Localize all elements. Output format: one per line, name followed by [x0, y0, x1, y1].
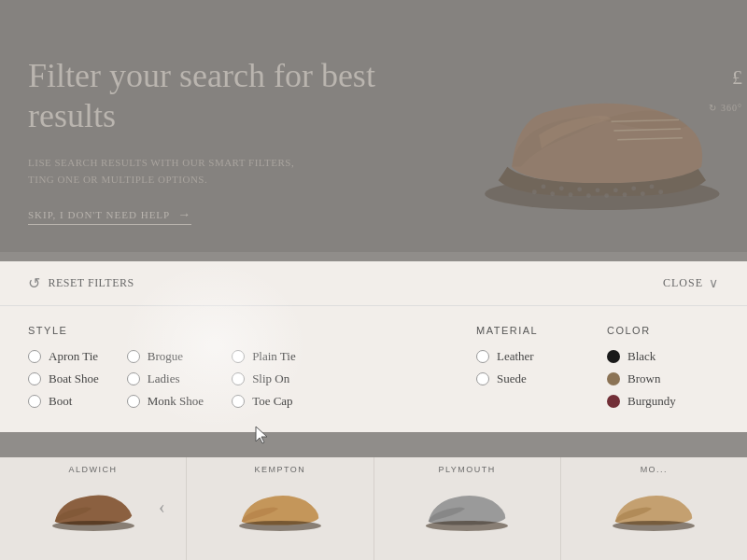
style-option-apron-tie[interactable]: Apron Tie [28, 349, 99, 364]
radio-suede[interactable] [476, 372, 489, 385]
chevron-down-icon: ∨ [709, 275, 719, 291]
product-name-aldwich: ALDWICH [69, 465, 118, 474]
style-option-plain-tie[interactable]: Plain Tie [232, 349, 296, 364]
color-section-title: COLOR [607, 325, 719, 336]
style-option-ladies[interactable]: Ladies [127, 371, 204, 386]
radio-toe-cap[interactable] [232, 395, 245, 408]
reset-filters-button[interactable]: ↺ RESET FILTERS [28, 274, 134, 292]
style-options-col3: Plain Tie Slip On Toe Cap [232, 349, 296, 409]
svg-point-20 [239, 521, 321, 531]
radio-brogue[interactable] [127, 350, 140, 363]
product-plymouth[interactable]: PLYMOUTH [374, 457, 561, 560]
product-kempton[interactable]: KEMPTON [187, 457, 374, 560]
style-option-slip-on[interactable]: Slip On [232, 371, 296, 386]
radio-leather[interactable] [476, 350, 489, 363]
product-name-kempton: KEMPTON [254, 465, 305, 474]
radio-boat-shoe[interactable] [28, 372, 41, 385]
material-options: Leather Suede [476, 349, 588, 386]
close-filter-button[interactable]: CLOSE ∨ [663, 275, 719, 291]
style-option-brogue[interactable]: Brogue [127, 349, 204, 364]
style-option-boat-shoe[interactable]: Boat Shoe [28, 371, 99, 386]
style-options-col1: Apron Tie Boat Shoe Boot [28, 349, 99, 409]
products-row: ‹ ALDWICH KEMPTON PLYMOUTH [0, 457, 747, 560]
product-name-mo: MO... [641, 465, 669, 474]
radio-boot[interactable] [28, 395, 41, 408]
style-option-monk-shoe[interactable]: Monk Shoe [127, 394, 204, 409]
style-options-col2: Brogue Ladies Monk Shoe [127, 349, 204, 409]
style-option-toe-cap[interactable]: Toe Cap [232, 394, 296, 409]
color-filter-section: COLOR Black Brown Burgundy [607, 325, 719, 409]
reset-icon: ↺ [28, 274, 41, 292]
material-option-leather[interactable]: Leather [476, 349, 588, 364]
product-img-aldwich [5, 479, 181, 539]
radio-monk-shoe[interactable] [127, 395, 140, 408]
material-filter-section: MATERIAL Leather Suede [476, 325, 588, 409]
color-options: Black Brown Burgundy [607, 349, 719, 409]
svg-point-22 [613, 521, 695, 531]
material-option-suede[interactable]: Suede [476, 371, 588, 386]
style-filter-section: STYLE Apron Tie Boat Shoe Boot [28, 325, 458, 409]
radio-apron-tie[interactable] [28, 350, 41, 363]
radio-slip-on[interactable] [232, 372, 245, 385]
product-img-plymouth [379, 479, 556, 539]
svg-point-19 [52, 521, 134, 531]
product-img-mo [566, 479, 742, 539]
color-option-burgundy[interactable]: Burgundy [607, 394, 719, 409]
filter-header: ↺ RESET FILTERS CLOSE ∨ [0, 261, 747, 306]
filter-panel: ↺ RESET FILTERS CLOSE ∨ STYLE Apron Tie … [0, 261, 747, 432]
color-option-black[interactable]: Black [607, 349, 719, 364]
swatch-brown[interactable] [607, 372, 620, 385]
radio-ladies[interactable] [127, 372, 140, 385]
radio-plain-tie[interactable] [232, 350, 245, 363]
swatch-black[interactable] [607, 350, 620, 363]
product-name-plymouth: PLYMOUTH [438, 465, 495, 474]
swatch-burgundy[interactable] [607, 395, 620, 408]
style-section-title: STYLE [28, 325, 458, 336]
material-section-title: MATERIAL [476, 325, 588, 336]
product-mo[interactable]: MO... [561, 457, 747, 560]
style-option-boot[interactable]: Boot [28, 394, 99, 409]
svg-point-21 [426, 521, 508, 531]
prev-products-button[interactable]: ‹ [159, 497, 165, 518]
filter-body: STYLE Apron Tie Boat Shoe Boot [0, 306, 747, 432]
product-img-kempton [191, 479, 368, 539]
color-option-brown[interactable]: Brown [607, 371, 719, 386]
